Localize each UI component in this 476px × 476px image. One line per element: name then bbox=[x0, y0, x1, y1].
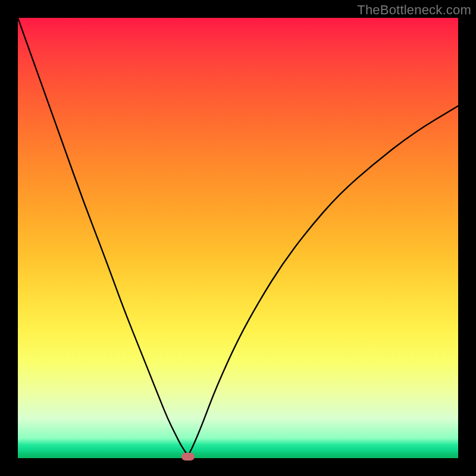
attribution-label: TheBottleneck.com bbox=[357, 2, 471, 18]
chart-frame: TheBottleneck.com bbox=[0, 0, 476, 476]
plot-area bbox=[18, 18, 458, 458]
optimal-point-marker bbox=[181, 453, 195, 461]
bottleneck-curve bbox=[18, 18, 458, 458]
